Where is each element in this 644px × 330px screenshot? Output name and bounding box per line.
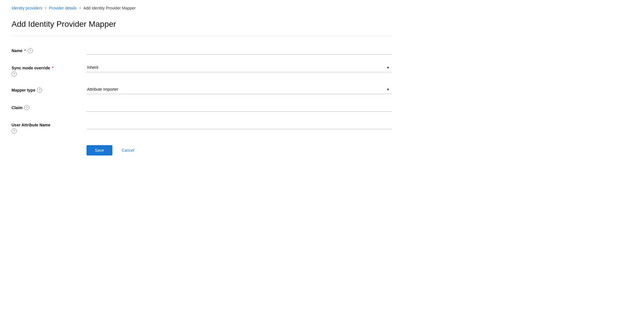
mapper-type-row: Mapper type ? Attribute Importer Claim T… [12, 85, 392, 94]
claim-help-icon[interactable]: ? [24, 105, 29, 110]
sync-mode-label: Sync mode override * [12, 66, 75, 70]
form: Name * ? Sync mode override * ? [12, 45, 392, 155]
breadcrumb-provider-details[interactable]: Provider details [49, 6, 77, 10]
user-attribute-input[interactable] [86, 120, 392, 129]
page-title: Add Identity Provider Mapper [12, 20, 392, 29]
page-container: Identity providers > Provider details > … [0, 0, 404, 173]
user-attribute-row: User Attribute Name ? [12, 120, 392, 134]
cancel-button[interactable]: Cancel [117, 145, 139, 155]
name-control-col [86, 45, 392, 55]
user-attribute-control-col [86, 120, 392, 129]
sync-mode-select[interactable]: Inherit Legacy Import Force [86, 63, 392, 72]
sync-mode-label-col: Sync mode override * ? [12, 63, 75, 77]
mapper-type-label-col: Mapper type ? [12, 85, 75, 93]
mapper-type-label: Mapper type ? [12, 88, 75, 93]
name-input[interactable] [86, 45, 392, 55]
section-divider [12, 36, 392, 36]
user-attribute-label: User Attribute Name [12, 123, 75, 127]
breadcrumb: Identity providers > Provider details > … [12, 6, 392, 10]
name-label-col: Name * ? [12, 45, 75, 53]
sync-mode-help-icon[interactable]: ? [12, 71, 17, 77]
mapper-type-help-icon[interactable]: ? [37, 88, 42, 93]
name-help-icon[interactable]: ? [28, 48, 33, 53]
claim-control-col [86, 102, 392, 112]
claim-input[interactable] [86, 102, 392, 112]
breadcrumb-current: Add Identity Provider Mapper [83, 6, 135, 10]
breadcrumb-separator-1: > [45, 6, 47, 10]
mapper-type-select-wrapper: Attribute Importer Claim To Role Hardcod… [86, 85, 392, 94]
claim-label: Claim ? [12, 105, 75, 110]
name-row: Name * ? [12, 45, 392, 55]
claim-row: Claim ? [12, 102, 392, 112]
user-attribute-help-icon[interactable]: ? [12, 128, 17, 134]
sync-mode-select-wrapper: Inherit Legacy Import Force ▼ [86, 63, 392, 72]
name-label: Name * ? [12, 48, 75, 53]
mapper-type-select[interactable]: Attribute Importer Claim To Role Hardcod… [86, 85, 392, 94]
button-row: Save Cancel [12, 145, 392, 155]
user-attribute-label-col: User Attribute Name ? [12, 120, 75, 134]
sync-mode-control-col: Inherit Legacy Import Force ▼ [86, 63, 392, 72]
breadcrumb-separator-2: > [79, 6, 81, 10]
claim-label-col: Claim ? [12, 102, 75, 110]
sync-mode-row: Sync mode override * ? Inherit Legacy Im… [12, 63, 392, 77]
mapper-type-control-col: Attribute Importer Claim To Role Hardcod… [86, 85, 392, 94]
breadcrumb-identity-providers[interactable]: Identity providers [12, 6, 42, 10]
name-required: * [24, 48, 26, 53]
save-button[interactable]: Save [86, 145, 112, 155]
sync-mode-required: * [52, 66, 53, 70]
